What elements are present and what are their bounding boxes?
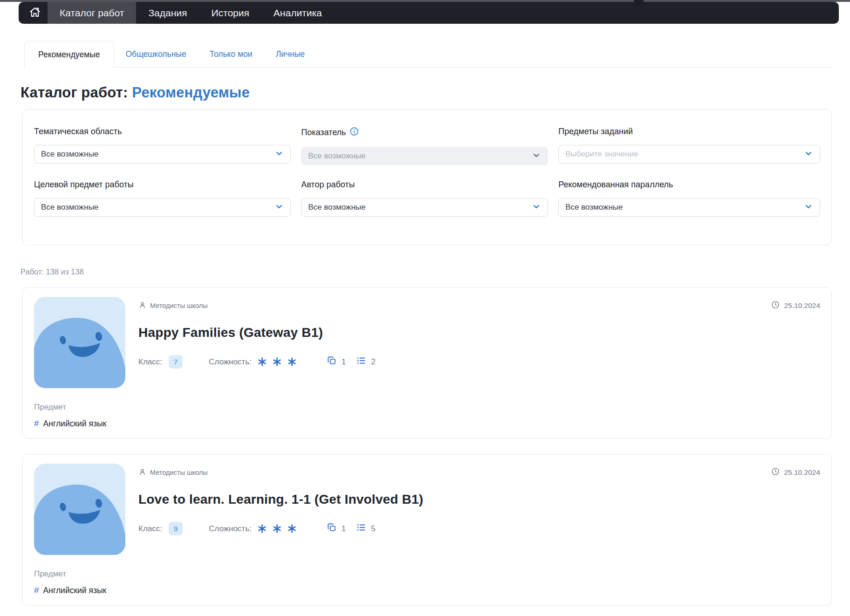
asterisk-icon [287,524,297,534]
card-author: Методисты школы [138,301,208,310]
target-subject-select[interactable]: Все возможные [34,198,291,217]
thematic-area-select[interactable]: Все возможные [34,145,291,164]
tab-schoolwide[interactable]: Общешкольные [114,41,198,67]
work-thumbnail [34,297,125,388]
window-top-strip [0,0,850,2]
card-title[interactable]: Love to learn. Learning. 1-1 (Get Involv… [138,492,820,507]
subject-tag[interactable]: # Английский язык [34,418,820,429]
work-thumbnail [34,464,125,555]
filter-recommended-grade: Рекомендованная параллель Все возможные [558,180,820,217]
class-label: Класс: [138,524,162,534]
copies-count: 1 [327,356,346,368]
card-author: Методисты школы [138,468,208,477]
card-title[interactable]: Happy Families (Gateway B1) [138,325,820,340]
card-date: 25.10.2024 [771,301,820,311]
difficulty-label: Сложность: [209,524,252,534]
filters-panel: Тематическая область Все возможные Показ… [22,109,832,245]
asterisk-icon [287,357,297,367]
card-date: 25.10.2024 [771,467,820,478]
asterisk-icon [272,357,282,367]
indicator-select: Все возможные [301,147,548,165]
chevron-down-icon [804,149,813,160]
tab-personal[interactable]: Личные [264,41,316,67]
works-count: Работ: 138 из 138 [21,267,850,276]
filter-indicator: Показатель Все возможные [301,127,548,165]
info-icon[interactable] [350,127,359,138]
copy-icon [327,522,337,535]
tasks-count: 2 [356,356,375,368]
person-icon [138,468,146,477]
tab-only-mine[interactable]: Только мои [198,41,264,67]
nav-item-analytics[interactable]: Аналитика [261,2,334,24]
list-icon [356,522,366,535]
filter-label: Автор работы [301,180,548,190]
subject-label: Предмет [34,403,820,412]
filter-author: Автор работы Все возможные [301,180,548,217]
subject-tag[interactable]: # Английский язык [34,585,820,595]
main-navbar: Каталог работ Задания История Аналитика [19,2,839,24]
filter-label: Предметы заданий [558,127,820,137]
list-icon [356,356,366,368]
class-badge[interactable]: 9 [169,522,183,535]
filter-thematic-area: Тематическая область Все возможные [34,127,291,165]
home-button[interactable] [22,2,48,24]
asterisk-icon [257,524,267,534]
hash-icon: # [34,418,39,429]
chevron-down-icon [532,202,541,213]
class-label: Класс: [138,357,162,367]
tasks-count: 5 [356,522,375,535]
window-top-notch [634,0,644,6]
filter-label: Тематическая область [34,127,291,137]
chevron-down-icon [274,202,284,213]
filter-label: Целевой предмет работы [34,180,291,190]
clock-icon [771,301,780,311]
work-card[interactable]: Методисты школы 25.10.2024 Happy Familie… [22,287,832,439]
filter-target-subject: Целевой предмет работы Все возможные [34,180,291,217]
nav-item-tasks[interactable]: Задания [136,2,199,24]
difficulty-asterisks [257,357,297,367]
filter-task-subjects: Предметы заданий Выберите значение [558,127,820,165]
filter-label: Показатель [301,128,346,137]
asterisk-icon [272,524,282,534]
filter-label: Рекомендованная параллель [558,180,820,190]
home-icon [29,6,41,20]
work-card[interactable]: Методисты школы 25.10.2024 Love to learn… [22,454,832,606]
nav-item-catalog[interactable]: Каталог работ [48,2,136,24]
chevron-down-icon [804,202,813,213]
clock-icon [771,467,780,478]
difficulty-asterisks [257,524,297,534]
author-select[interactable]: Все возможные [301,198,548,217]
subject-label: Предмет [34,569,820,579]
hash-icon: # [34,585,39,595]
difficulty-label: Сложность: [209,357,252,367]
chevron-down-icon [532,151,541,162]
copies-count: 1 [327,522,346,535]
page-title: Каталог работ: Рекомендуемые [21,84,850,101]
person-icon [138,301,146,310]
copy-icon [327,356,337,368]
task-subjects-select[interactable]: Выберите значение [558,145,820,164]
class-badge[interactable]: 7 [169,355,183,369]
catalog-tabs: Рекомендуемые Общешкольные Только мои Ли… [24,41,832,68]
recommended-grade-select[interactable]: Все возможные [558,198,820,217]
page-title-highlight: Рекомендуемые [132,84,250,101]
nav-item-history[interactable]: История [199,2,261,24]
asterisk-icon [257,357,267,367]
chevron-down-icon [274,149,284,160]
tab-recommended[interactable]: Рекомендуемые [24,41,114,68]
